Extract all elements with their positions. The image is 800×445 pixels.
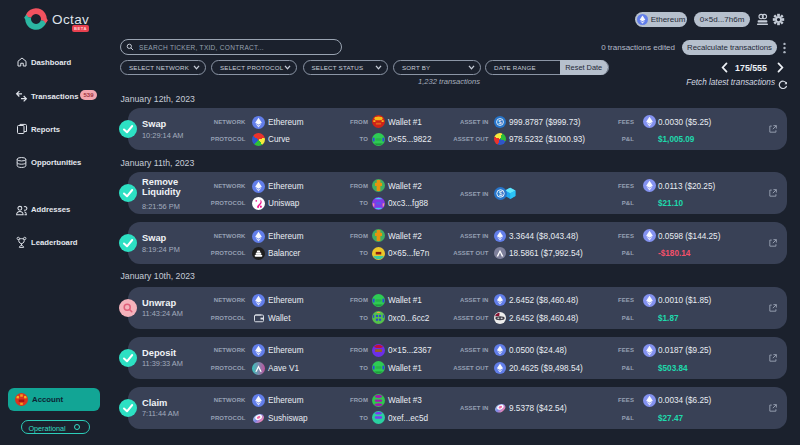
svg-text:$: $	[498, 119, 502, 125]
svg-text:$: $	[498, 189, 502, 196]
